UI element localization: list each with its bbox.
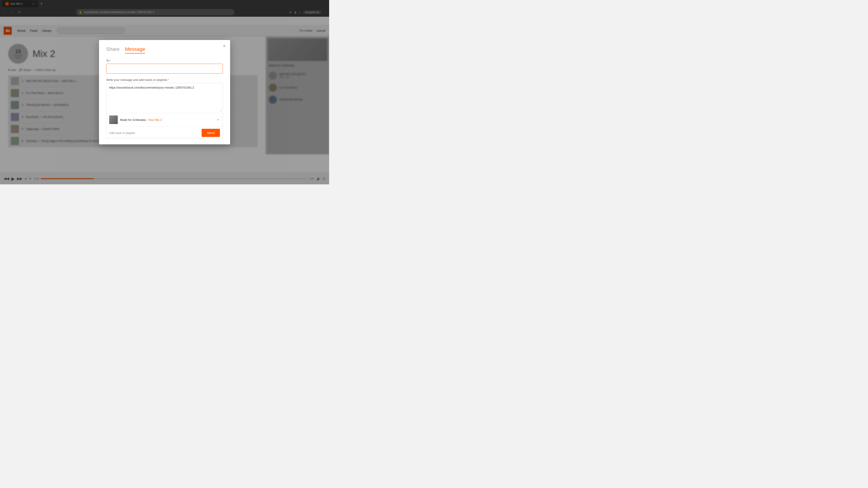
- share-message-modal: × Share Message To * Write your message …: [99, 40, 230, 144]
- track-attachment-thumb: [109, 116, 118, 124]
- tab-message[interactable]: Message: [125, 46, 145, 54]
- tab-share[interactable]: Share: [106, 46, 120, 54]
- attachment-artist: Made for A24beaba: [120, 118, 146, 122]
- add-track-button[interactable]: Add track or playlist: [109, 131, 135, 135]
- message-label: Write your message and add tracks or pla…: [106, 78, 223, 82]
- to-required-star: *: [110, 59, 111, 62]
- message-textarea[interactable]: https://soundcloud.com/discover/sets/you…: [106, 83, 223, 108]
- send-button[interactable]: Send: [202, 129, 220, 137]
- track-attachment: Made for A24beaba - Your Mix 2 ×: [106, 113, 223, 126]
- attachment-title: Your Mix 2: [148, 118, 162, 122]
- attachment-remove-icon[interactable]: ×: [216, 117, 220, 123]
- to-input[interactable]: [106, 64, 223, 74]
- modal-tabs: Share Message: [106, 46, 223, 54]
- to-label: To *: [106, 59, 223, 62]
- modal-footer: Add track or playlist Send: [106, 126, 223, 138]
- message-area-wrapper: https://soundcloud.com/discover/sets/you…: [106, 83, 223, 138]
- track-attachment-info: Made for A24beaba - Your Mix 2: [120, 118, 214, 122]
- message-required-star: *: [168, 78, 169, 82]
- modal-close-button[interactable]: ×: [223, 43, 225, 48]
- textarea-resize-handle[interactable]: ⠿: [106, 109, 223, 113]
- modal-overlay: × Share Message To * Write your message …: [0, 0, 329, 184]
